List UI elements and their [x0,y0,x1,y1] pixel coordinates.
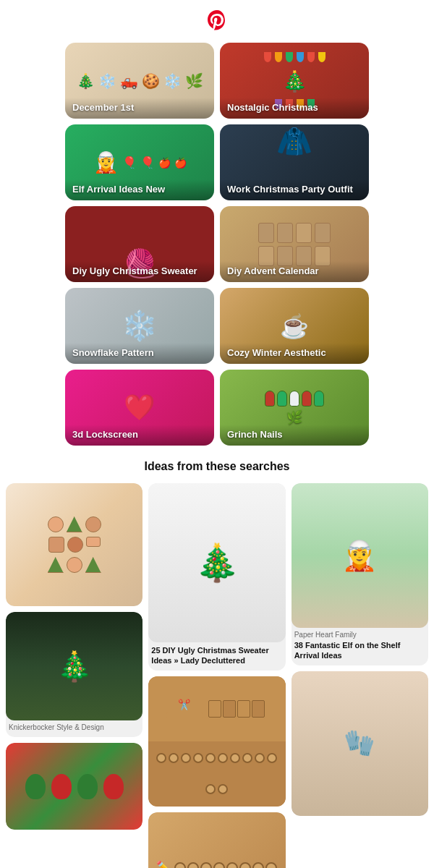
search-tiles-section: 🎄 ❄️ 🛻 🍪 ❄️ 🌿 December 1st [0,43,434,446]
idea-image: 🧝 [292,483,428,628]
idea-card-cardboard2[interactable]: ✏️ [148,812,285,868]
tiles-grid: 🎄 ❄️ 🛻 🍪 ❄️ 🌿 December 1st [65,43,369,446]
tile-label: Work Christmas Party Outfit [220,179,369,200]
tile-label: Snowflake Pattern [65,343,214,364]
idea-image: ✏️ [148,812,285,868]
ideas-title: Ideas from these searches [0,460,434,473]
page-header [0,0,434,43]
idea-col-2: 🎄 25 DIY Ugly Christmas Sweater Ideas » … [148,483,285,868]
idea-image [6,743,142,830]
idea-col-3: 🧝 Paper Heart Family 38 Fantastic Elf on… [292,483,428,868]
tile-3d-lockscreen[interactable]: ❤️ 3d Lockscreen [65,370,214,446]
tile-cozy-winter[interactable]: ☕ Cozy Winter Aesthetic [220,288,369,364]
tile-grinch-nails[interactable]: 🌿 Grinch Nails [220,370,369,446]
idea-image: 🎄 [6,612,142,720]
idea-caption: 25 DIY Ugly Christmas Sweater Ideas » La… [148,642,285,671]
idea-card-cookies[interactable] [6,483,142,606]
idea-text: 38 Fantastic Elf on the Shelf Arrival Id… [294,640,425,661]
tile-label: 3d Lockscreen [65,425,214,446]
tile-snowflake-pattern[interactable]: ❄️ Snowflake Pattern [65,288,214,364]
idea-caption: Paper Heart Family 38 Fantastic Elf on t… [292,628,428,665]
tile-label: Diy Ugly Christmas Sweater [65,261,214,282]
idea-image: ✂️ [148,676,285,807]
ideas-grid: 🎄 Knickerbocker Style & Design [0,483,434,868]
tile-december-1st[interactable]: 🎄 ❄️ 🛻 🍪 ❄️ 🌿 December 1st [65,43,214,119]
idea-col-1: 🎄 Knickerbocker Style & Design [6,483,142,868]
idea-card-elf[interactable]: 🧝 Paper Heart Family 38 Fantastic Elf on… [292,483,428,665]
tile-label: Grinch Nails [220,425,369,446]
tile-nostalgic-christmas[interactable]: 🎄 Nostalgic Christmas [220,43,369,119]
tile-diy-advent-calendar[interactable]: Diy Advent Calendar [220,206,369,282]
idea-card-tree[interactable]: 🎄 Knickerbocker Style & Design [6,612,142,737]
tile-label: Cozy Winter Aesthetic [220,343,369,364]
idea-image: 🎄 [148,483,285,642]
idea-source: Knickerbocker Style & Design [9,723,140,731]
idea-card-sweater[interactable]: 🎄 25 DIY Ugly Christmas Sweater Ideas » … [148,483,285,671]
tile-elf-arrival[interactable]: 🧝 🎈 🎈 🍎 🍎 Elf Arrival Ideas New [65,124,214,200]
idea-image: 🧤 [292,671,428,816]
tile-label: Elf Arrival Ideas New [65,179,214,200]
idea-card-cardboard[interactable]: ✂️ [148,676,285,807]
idea-card-balloons[interactable] [6,743,142,830]
idea-caption: Knickerbocker Style & Design [6,720,142,737]
idea-text: 25 DIY Ugly Christmas Sweater Ideas » La… [151,645,282,666]
idea-card-sweater2[interactable]: 🧤 [292,671,428,816]
tile-work-christmas-party[interactable]: 🧥 Work Christmas Party Outfit [220,124,369,200]
tile-diy-ugly-sweater[interactable]: 🧶 Diy Ugly Christmas Sweater [65,206,214,282]
tile-label: Diy Advent Calendar [220,261,369,282]
idea-image [6,483,142,606]
tile-label: Nostalgic Christmas [220,98,369,119]
tile-label: December 1st [65,98,214,119]
ideas-section: Ideas from these searches [0,460,434,868]
pinterest-logo[interactable] [206,9,228,35]
idea-source: Paper Heart Family [294,631,425,639]
